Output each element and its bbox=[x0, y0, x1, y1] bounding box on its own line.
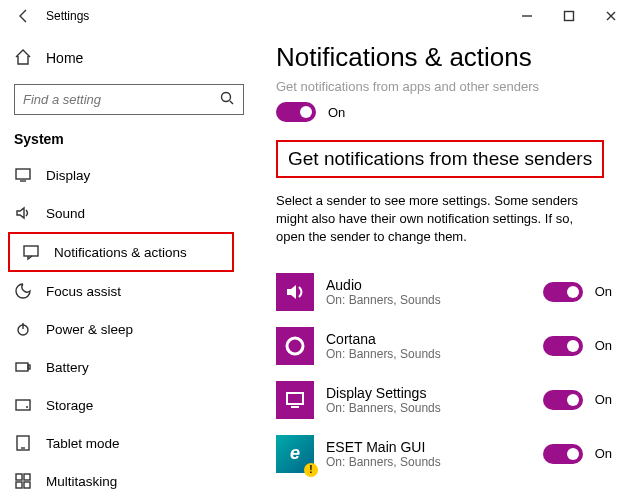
sender-name: Display Settings bbox=[326, 385, 531, 401]
cortana-app-icon bbox=[276, 327, 314, 365]
sender-state: On bbox=[595, 338, 612, 353]
sidebar-item-label: Tablet mode bbox=[46, 436, 120, 451]
svg-rect-9 bbox=[16, 363, 28, 371]
sidebar-item-label: Power & sleep bbox=[46, 322, 133, 337]
sidebar-item-tablet-mode[interactable]: Tablet mode bbox=[0, 424, 258, 462]
sidebar-item-power-sleep[interactable]: Power & sleep bbox=[0, 310, 258, 348]
sidebar-item-focus-assist[interactable]: Focus assist bbox=[0, 272, 258, 310]
multitasking-icon bbox=[14, 472, 32, 490]
svg-point-12 bbox=[26, 406, 28, 408]
content-pane: Notifications & actions Get notification… bbox=[258, 32, 632, 500]
sender-state: On bbox=[595, 446, 612, 461]
svg-rect-1 bbox=[565, 12, 574, 21]
sidebar-item-label: Notifications & actions bbox=[54, 245, 187, 260]
page-title: Notifications & actions bbox=[276, 42, 612, 73]
search-box[interactable] bbox=[14, 84, 244, 114]
tablet-icon bbox=[14, 434, 32, 452]
sidebar-item-label: Focus assist bbox=[46, 284, 121, 299]
window-title: Settings bbox=[34, 9, 89, 23]
sidebar-item-display[interactable]: Display bbox=[0, 157, 258, 195]
section-heading-box: Get notifications from these senders bbox=[276, 140, 604, 178]
sender-toggle-audio[interactable] bbox=[543, 282, 583, 302]
battery-icon bbox=[14, 358, 32, 376]
svg-rect-4 bbox=[16, 169, 30, 179]
home-label: Home bbox=[46, 50, 83, 66]
master-toggle-state: On bbox=[328, 105, 345, 120]
sidebar-item-label: Sound bbox=[46, 206, 85, 221]
svg-rect-10 bbox=[28, 365, 30, 369]
sender-row-cortana[interactable]: Cortana On: Banners, Sounds On bbox=[276, 319, 612, 373]
svg-rect-17 bbox=[16, 482, 22, 488]
sidebar: Home System Display Sound Notificat bbox=[0, 32, 258, 500]
sidebar-item-label: Battery bbox=[46, 360, 89, 375]
svg-rect-6 bbox=[24, 246, 38, 256]
svg-point-19 bbox=[287, 338, 303, 354]
svg-rect-15 bbox=[16, 474, 22, 480]
search-icon bbox=[219, 90, 235, 109]
svg-rect-18 bbox=[24, 482, 30, 488]
sidebar-item-notifications[interactable]: Notifications & actions bbox=[8, 232, 234, 272]
back-icon[interactable] bbox=[14, 8, 34, 24]
sidebar-item-label: Display bbox=[46, 168, 90, 183]
display-settings-app-icon bbox=[276, 381, 314, 419]
sender-toggle-cortana[interactable] bbox=[543, 336, 583, 356]
home-nav[interactable]: Home bbox=[0, 40, 258, 76]
sender-name: ESET Main GUI bbox=[326, 439, 531, 455]
svg-line-3 bbox=[230, 101, 233, 104]
sender-sub: On: Banners, Sounds bbox=[326, 347, 531, 361]
sender-row-audio[interactable]: Audio On: Banners, Sounds On bbox=[276, 265, 612, 319]
sender-state: On bbox=[595, 392, 612, 407]
audio-app-icon bbox=[276, 273, 314, 311]
sidebar-item-sound[interactable]: Sound bbox=[0, 194, 258, 232]
sound-icon bbox=[14, 204, 32, 222]
storage-icon bbox=[14, 396, 32, 414]
svg-rect-16 bbox=[24, 474, 30, 480]
svg-point-2 bbox=[222, 92, 231, 101]
sender-toggle-eset[interactable] bbox=[543, 444, 583, 464]
sidebar-item-label: Storage bbox=[46, 398, 93, 413]
close-button[interactable] bbox=[590, 1, 632, 31]
maximize-button[interactable] bbox=[548, 1, 590, 31]
section-heading: Get notifications from these senders bbox=[288, 148, 592, 170]
eset-app-icon: e ! bbox=[276, 435, 314, 473]
sender-sub: On: Banners, Sounds bbox=[326, 455, 531, 469]
display-icon bbox=[14, 166, 32, 184]
sender-sub: On: Banners, Sounds bbox=[326, 293, 531, 307]
power-icon bbox=[14, 320, 32, 338]
sender-toggle-display-settings[interactable] bbox=[543, 390, 583, 410]
sender-sub: On: Banners, Sounds bbox=[326, 401, 531, 415]
section-description: Select a sender to see more settings. So… bbox=[276, 192, 596, 247]
sender-state: On bbox=[595, 284, 612, 299]
search-input[interactable] bbox=[23, 92, 219, 107]
prev-setting-label: Get notifications from apps and other se… bbox=[276, 79, 612, 94]
sender-row-display-settings[interactable]: Display Settings On: Banners, Sounds On bbox=[276, 373, 612, 427]
notifications-icon bbox=[22, 243, 40, 261]
svg-rect-20 bbox=[287, 393, 303, 404]
sidebar-item-multitasking[interactable]: Multitasking bbox=[0, 462, 258, 500]
warning-badge-icon: ! bbox=[304, 463, 318, 477]
sender-name: Cortana bbox=[326, 331, 531, 347]
master-notifications-toggle[interactable] bbox=[276, 102, 316, 122]
sidebar-group-title: System bbox=[0, 125, 258, 157]
sidebar-item-label: Multitasking bbox=[46, 474, 117, 489]
sidebar-item-battery[interactable]: Battery bbox=[0, 348, 258, 386]
svg-rect-11 bbox=[16, 400, 30, 410]
sidebar-item-storage[interactable]: Storage bbox=[0, 386, 258, 424]
sender-name: Audio bbox=[326, 277, 531, 293]
sender-row-eset[interactable]: e ! ESET Main GUI On: Banners, Sounds On bbox=[276, 427, 612, 481]
focus-assist-icon bbox=[14, 282, 32, 300]
minimize-button[interactable] bbox=[506, 1, 548, 31]
home-icon bbox=[14, 48, 32, 69]
